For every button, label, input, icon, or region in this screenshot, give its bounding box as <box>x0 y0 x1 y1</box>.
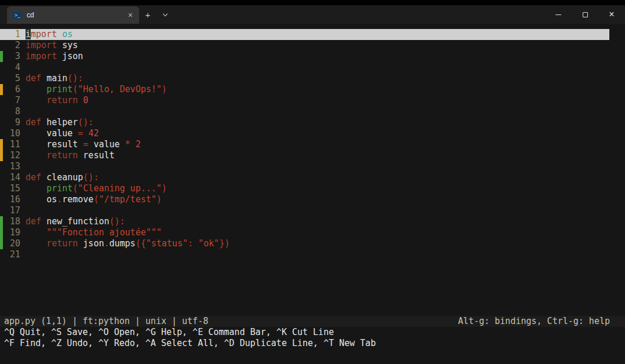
maximize-icon <box>583 12 588 17</box>
code-text: return 0 <box>26 95 88 106</box>
code-text: value = 42 <box>26 128 99 139</box>
line-number: 14 <box>3 172 20 183</box>
maximize-button[interactable] <box>572 5 598 24</box>
tab-title: cd <box>27 11 126 19</box>
code-text: """Fonction ajoutée""" <box>26 227 162 238</box>
line-number: 8 <box>3 106 20 117</box>
line-number: 10 <box>3 128 20 139</box>
status-bar: app.py (1,1) | ft:python | unix | utf-8 … <box>0 316 625 327</box>
terminal-tab[interactable]: >_ cd × <box>7 6 139 24</box>
code-line[interactable]: 8 <box>0 106 609 117</box>
tab-close-button[interactable]: × <box>126 11 135 19</box>
code-line[interactable]: 21 <box>0 249 609 260</box>
minimize-button[interactable] <box>545 5 572 24</box>
line-number: 16 <box>3 194 20 205</box>
line-number: 3 <box>3 51 20 62</box>
code-line[interactable]: 5def main(): <box>0 73 609 84</box>
line-number: 2 <box>3 40 20 51</box>
code-line[interactable]: 18def new_function(): <box>0 216 609 227</box>
line-number: 15 <box>3 183 20 194</box>
terminal-window: >_ cd × + × 1import os2import sys3import… <box>0 0 625 364</box>
code-text: import json <box>26 51 83 62</box>
code-text: import sys <box>26 40 78 51</box>
status-file-info: app.py (1,1) | ft:python | unix | utf-8 <box>4 316 208 327</box>
code-line[interactable]: 20 return json.dumps({"status": "ok"}) <box>0 238 609 249</box>
terminal-icon: >_ <box>13 12 22 19</box>
status-keybind-hint: Alt-g: bindings, Ctrl-g: help <box>458 316 610 327</box>
line-number: 5 <box>3 73 20 84</box>
terminal-content[interactable]: 1import os2import sys3import json45def m… <box>0 24 625 364</box>
line-number: 1 <box>3 29 20 40</box>
code-line[interactable]: 4 <box>0 62 609 73</box>
screen-top-edge <box>0 0 625 5</box>
new-tab-button[interactable]: + <box>139 5 157 24</box>
code-line[interactable]: 15 print("Cleaning up...") <box>0 183 609 194</box>
minimize-icon <box>555 14 561 15</box>
code-text: def new_function(): <box>26 216 125 227</box>
line-number: 20 <box>3 238 20 249</box>
bottom-padding <box>0 349 625 364</box>
code-line[interactable]: 19 """Fonction ajoutée""" <box>0 227 609 238</box>
code-text: def main(): <box>26 73 83 84</box>
title-bar: >_ cd × + × <box>0 5 625 24</box>
line-number: 7 <box>3 95 20 106</box>
code-line[interactable]: 11 result = value * 2 <box>0 139 609 150</box>
code-line[interactable]: 10 value = 42 <box>0 128 609 139</box>
code-text: return result <box>26 150 115 161</box>
chevron-down-icon <box>163 11 168 16</box>
code-line[interactable]: 1import os <box>0 29 609 40</box>
line-number: 17 <box>3 205 20 216</box>
code-line[interactable]: 2import sys <box>0 40 609 51</box>
code-text: def helper(): <box>26 117 93 128</box>
line-number: 12 <box>3 150 20 161</box>
line-number: 13 <box>3 161 20 172</box>
code-text: import os <box>26 29 72 40</box>
status-spacer <box>208 316 458 327</box>
line-number: 11 <box>3 139 20 150</box>
code-line[interactable]: 14def cleanup(): <box>0 172 609 183</box>
code-line[interactable]: 17 <box>0 205 609 216</box>
code-text: result = value * 2 <box>26 139 141 150</box>
tab-dropdown-button[interactable] <box>157 5 174 24</box>
code-line[interactable]: 9def helper(): <box>0 117 609 128</box>
plus-icon: + <box>146 10 151 20</box>
code-text: return json.dumps({"status": "ok"}) <box>26 238 230 249</box>
code-line[interactable]: 13 <box>0 161 609 172</box>
line-number: 6 <box>3 84 20 95</box>
code-line[interactable]: 3import json <box>0 51 609 62</box>
help-line-1: ^Q Quit, ^S Save, ^O Open, ^G Help, ^E C… <box>0 327 625 338</box>
code-text: def cleanup(): <box>26 172 99 183</box>
line-number: 21 <box>3 249 20 260</box>
code-line[interactable]: 7 return 0 <box>0 95 609 106</box>
code-line[interactable]: 6 print("Hello, DevOps!") <box>0 84 609 95</box>
line-number: 4 <box>3 62 20 73</box>
code-line[interactable]: 12 return result <box>0 150 609 161</box>
editor-empty-area <box>0 260 625 316</box>
line-number: 18 <box>3 216 20 227</box>
code-text: print("Hello, DevOps!") <box>26 84 167 95</box>
code-line[interactable]: 16 os.remove("/tmp/test") <box>0 194 609 205</box>
line-number: 19 <box>3 227 20 238</box>
code-text: print("Cleaning up...") <box>26 183 167 194</box>
help-line-2: ^F Find, ^Z Undo, ^Y Redo, ^A Select All… <box>0 338 625 349</box>
editor-lines: 1import os2import sys3import json45def m… <box>0 29 625 260</box>
close-button[interactable]: × <box>598 5 625 24</box>
close-icon: × <box>609 9 614 20</box>
titlebar-drag-area <box>174 5 545 24</box>
line-number: 9 <box>3 117 20 128</box>
code-text: os.remove("/tmp/test") <box>26 194 162 205</box>
